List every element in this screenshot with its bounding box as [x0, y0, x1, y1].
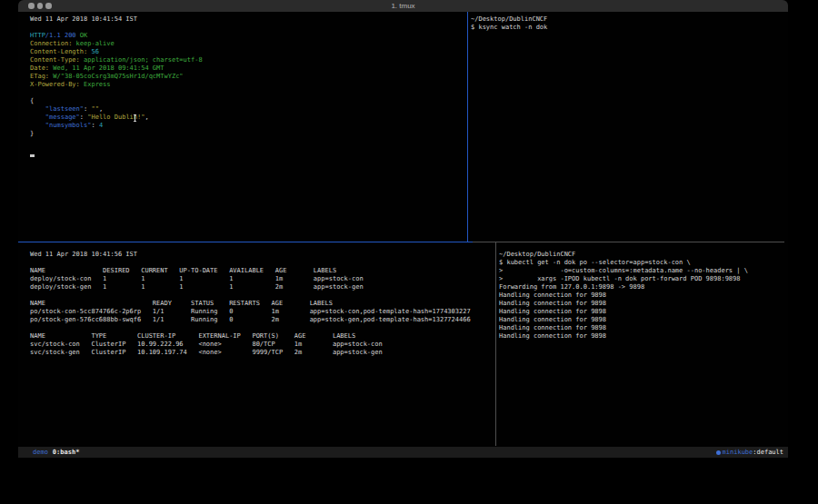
- pane-kubectl-get[interactable]: Wed 11 Apr 2018 10:41:56 IST NAME DESIRE…: [30, 251, 471, 357]
- window-title: 1. tmux: [18, 2, 788, 10]
- pane-divider-vertical-bottom[interactable]: [495, 242, 496, 446]
- terminal-window: 1. tmux Wed 11 Apr 2018 10:41:54 IST HTT…: [18, 0, 788, 458]
- pane-ksync[interactable]: ~/Desktop/DublinCNCF$ ksync watch -n dok: [471, 15, 547, 32]
- pane-divider-horizontal-active[interactable]: [18, 242, 473, 242]
- pane-divider-vertical-top[interactable]: [467, 12, 468, 242]
- pane-http-response[interactable]: Wed 11 Apr 2018 10:41:54 IST HTTP/1.1 20…: [30, 15, 203, 163]
- kube-context: minikube: [723, 447, 753, 458]
- mouse-cursor: [133, 114, 137, 122]
- pane-port-forward[interactable]: ~/Desktop/DublinCNCF$ kubectl get -n dok…: [499, 251, 748, 341]
- session-name: demo: [33, 447, 48, 458]
- titlebar[interactable]: 1. tmux: [18, 0, 788, 12]
- pane-divider-horizontal[interactable]: [473, 242, 784, 242]
- kubernetes-icon: [716, 450, 721, 455]
- kube-namespace: :default: [753, 447, 783, 458]
- active-window-label: 0:bash*: [53, 447, 80, 458]
- tmux-status-bar: demo 0:bash* minikube :default: [18, 447, 788, 458]
